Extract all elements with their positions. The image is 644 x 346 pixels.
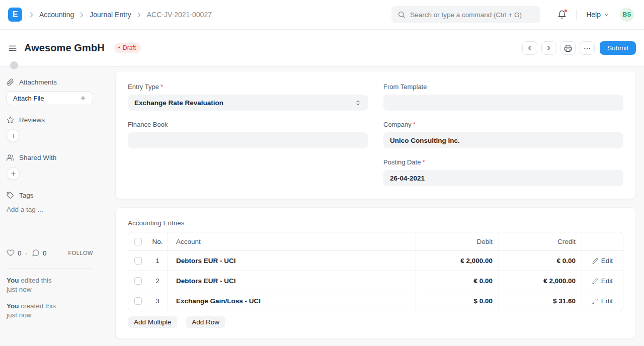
activity-action: created this — [21, 302, 56, 310]
attach-file-label: Attach File — [13, 95, 44, 102]
row-cell-credit[interactable]: $ 31.60 — [499, 291, 582, 311]
breadcrumb-accounting[interactable]: Accounting — [39, 11, 74, 19]
reviews-label: Reviews — [19, 116, 45, 124]
accounting-entries-card: Accounting Entries No. Account Debit Cre… — [115, 207, 636, 339]
comment-icon[interactable] — [32, 249, 40, 257]
row-cell-debit[interactable]: $ 0.00 — [416, 291, 499, 311]
activity-entry: You edited this just now — [7, 276, 93, 294]
print-button[interactable] — [560, 41, 576, 55]
finance-book-input[interactable] — [128, 132, 368, 148]
edit-row-button[interactable]: Edit — [582, 251, 623, 271]
field-entry-type: Entry Type* Exchange Rate Revaluation — [128, 83, 368, 111]
prev-document-button[interactable] — [522, 41, 537, 55]
activity-action: edited this — [21, 277, 52, 284]
select-all-checkbox[interactable] — [134, 238, 142, 245]
required-marker: * — [160, 83, 163, 91]
posting-date-input[interactable]: 26-04-2021 — [383, 170, 623, 186]
row-checkbox[interactable] — [134, 257, 142, 265]
ellipsis-icon — [583, 44, 591, 52]
chevron-left-icon — [526, 44, 533, 52]
page-title: Awesome GmbH — [24, 42, 105, 54]
row-checkbox[interactable] — [134, 297, 142, 305]
section-title: Accounting Entries — [128, 219, 623, 227]
table-buttons: Add Multiple Add Row — [128, 316, 623, 328]
row-cell-debit[interactable]: € 0.00 — [416, 271, 499, 291]
app-logo[interactable]: E — [8, 8, 22, 22]
chevron-right-icon — [77, 11, 86, 19]
attach-file-button[interactable]: Attach File — [7, 91, 93, 105]
tags-section-heading: Tags — [7, 192, 93, 199]
help-menu[interactable]: Help — [586, 11, 610, 19]
edit-row-button[interactable]: Edit — [582, 291, 623, 311]
chevron-right-icon — [545, 44, 552, 52]
row-cell-checkbox — [128, 251, 147, 271]
heart-icon[interactable] — [7, 249, 15, 257]
edit-row-button[interactable]: Edit — [582, 271, 623, 291]
chevron-down-icon — [603, 12, 610, 18]
header-cell-checkbox — [128, 232, 147, 250]
notifications-button[interactable] — [557, 10, 567, 19]
row-cell-no: 3 — [147, 291, 168, 311]
row-cell-credit[interactable]: € 0.00 — [499, 251, 582, 271]
printer-icon — [564, 44, 572, 52]
next-document-button[interactable] — [541, 41, 556, 55]
follow-button[interactable]: FOLLOW — [68, 250, 93, 256]
chevron-right-icon — [27, 11, 36, 19]
more-actions-button[interactable] — [580, 41, 595, 55]
field-label: Company* — [383, 121, 623, 128]
activity-time: just now — [7, 285, 93, 294]
star-icon — [7, 116, 14, 124]
sidebar-toggle-button[interactable] — [8, 44, 17, 53]
user-avatar[interactable]: BS — [620, 8, 634, 22]
breadcrumb-journal-entry[interactable]: Journal Entry — [90, 11, 131, 19]
search-input[interactable] — [410, 11, 534, 19]
row-checkbox[interactable] — [134, 277, 142, 285]
reviews-section-heading: Reviews — [7, 116, 93, 124]
table-row: 3 Exchange Gain/Loss - UCI $ 0.00 $ 31.6… — [128, 291, 623, 311]
field-finance-book: Finance Book — [128, 121, 368, 148]
field-label: Finance Book — [128, 121, 368, 128]
status-label: Draft — [123, 44, 136, 51]
tag-icon — [7, 192, 14, 199]
status-dot: • — [118, 44, 120, 51]
row-cell-checkbox — [128, 271, 147, 291]
row-cell-no: 2 — [147, 271, 168, 291]
activity-time: just now — [7, 311, 93, 320]
activity-entry: You created this just now — [7, 302, 93, 320]
add-review-button[interactable] — [7, 129, 20, 142]
field-label: Posting Date* — [383, 158, 623, 166]
attachments-section-heading: Attachments — [7, 78, 93, 86]
avatar-initials: BS — [622, 11, 631, 18]
table-row: 1 Debtors EUR - UCI € 2,000.00 € 0.00 Ed… — [128, 250, 623, 271]
submit-button[interactable]: Submit — [600, 41, 636, 55]
edit-label: Edit — [601, 297, 613, 305]
entry-type-select[interactable]: Exchange Rate Revaluation — [128, 95, 368, 111]
comments-count: 0 — [43, 249, 47, 257]
add-multiple-button[interactable]: Add Multiple — [128, 316, 177, 328]
row-cell-account[interactable]: Debtors EUR - UCI — [168, 271, 416, 291]
global-search[interactable] — [391, 6, 540, 23]
shared-with-section-heading: Shared With — [7, 154, 93, 161]
row-cell-credit[interactable]: € 2,000.00 — [499, 271, 582, 291]
dot-separator: · — [26, 249, 28, 257]
select-chevrons-icon — [355, 100, 361, 106]
navbar-divider — [576, 10, 577, 20]
plus-icon — [10, 170, 17, 177]
sidebar-divider — [7, 268, 93, 269]
add-row-button[interactable]: Add Row — [186, 316, 225, 328]
plus-icon — [10, 133, 17, 139]
app-logo-letter: E — [13, 10, 18, 19]
from-template-input[interactable] — [383, 95, 623, 111]
row-cell-account[interactable]: Debtors EUR - UCI — [168, 251, 416, 271]
add-tag-input[interactable]: Add a tag ... — [7, 206, 93, 213]
pencil-icon — [592, 258, 598, 264]
notification-dot — [564, 9, 568, 13]
form-sidebar: Attachments Attach File Reviews Shared W… — [7, 67, 93, 327]
company-input[interactable]: Unico Consulting Inc. — [383, 132, 623, 148]
add-share-button[interactable] — [7, 167, 20, 180]
header-cell-account: Account — [168, 232, 416, 250]
row-cell-no: 1 — [147, 251, 168, 271]
row-cell-debit[interactable]: € 2,000.00 — [416, 251, 499, 271]
required-marker: * — [413, 121, 416, 128]
row-cell-account[interactable]: Exchange Gain/Loss - UCI — [168, 291, 416, 311]
